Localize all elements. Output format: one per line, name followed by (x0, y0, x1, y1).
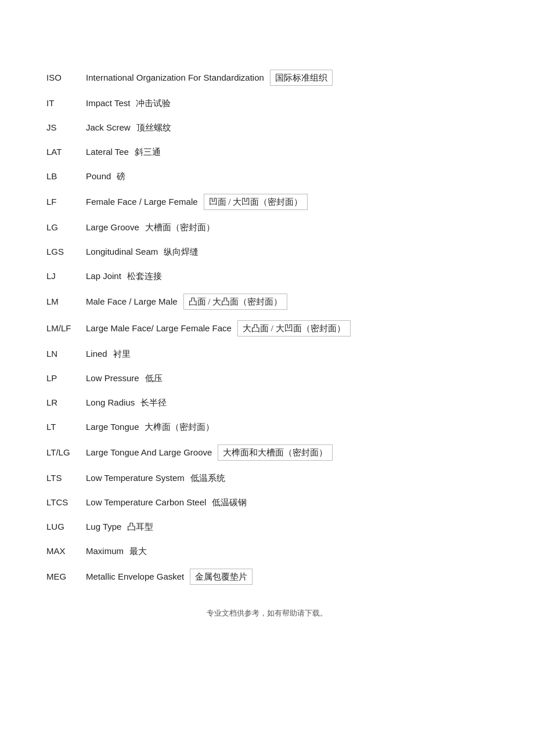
abbreviation: MEG (46, 570, 86, 584)
chinese-translation: 顶丝螺纹 (136, 121, 171, 135)
chinese-translation: 金属包覆垫片 (190, 569, 252, 585)
abbreviation: LM (46, 295, 86, 309)
list-item: LT/LGLarge Tongue And Large Groove大榫面和大槽… (46, 444, 488, 461)
abbreviation: LB (46, 169, 86, 183)
english-term: Low Temperature System (86, 471, 185, 485)
english-term: Large Tongue (86, 420, 139, 434)
english-term: Male Face / Large Male (86, 295, 178, 309)
abbreviation: LG (46, 220, 86, 234)
list-item: LPLow Pressure低压 (46, 371, 488, 385)
english-term: Low Temperature Carbon Steel (86, 495, 206, 509)
chinese-translation: 斜三通 (135, 145, 161, 159)
chinese-translation: 大榫面和大槽面（密封面） (218, 444, 333, 461)
chinese-translation: 纵向焊缝 (164, 245, 199, 259)
list-item: MEGMetallic Envelope Gasket金属包覆垫片 (46, 569, 488, 585)
abbreviation: LP (46, 371, 86, 385)
chinese-translation: 大榫面（密封面） (145, 420, 214, 434)
abbreviation: LUG (46, 520, 86, 534)
abbreviation: LT/LG (46, 446, 86, 460)
abbreviation: LAT (46, 145, 86, 159)
list-item: LATLateral Tee斜三通 (46, 145, 488, 159)
chinese-translation: 衬里 (113, 347, 131, 361)
chinese-translation: 大凸面 / 大凹面（密封面） (237, 320, 351, 337)
english-term: Low Pressure (86, 371, 139, 385)
list-item: ISOInternational Organization For Standa… (46, 70, 488, 86)
chinese-translation: 国际标准组织 (270, 70, 333, 86)
english-term: Lug Type (86, 520, 121, 534)
english-term: Large Tongue And Large Groove (86, 446, 212, 460)
abbreviation: LR (46, 396, 86, 410)
english-term: Long Radius (86, 396, 135, 410)
abbreviation: LTCS (46, 495, 86, 509)
list-item: LGSLongitudinal Seam纵向焊缝 (46, 245, 488, 259)
list-item: LMMale Face / Large Male凸面 / 大凸面（密封面） (46, 294, 488, 310)
chinese-translation: 长半径 (140, 396, 167, 410)
list-item: LFFemale Face / Large Female凹面 / 大凹面（密封面… (46, 194, 488, 210)
chinese-translation: 低压 (145, 371, 163, 385)
abbreviation: JS (46, 121, 86, 135)
english-term: Metallic Envelope Gasket (86, 570, 184, 584)
english-term: Lap Joint (86, 269, 121, 283)
chinese-translation: 大槽面（密封面） (145, 220, 215, 234)
list-item: LM/LFLarge Male Face/ Large Female Face大… (46, 320, 488, 337)
list-item: LTCSLow Temperature Carbon Steel低温碳钢 (46, 495, 488, 509)
english-term: Longitudinal Seam (86, 245, 158, 259)
english-term: Large Male Face/ Large Female Face (86, 321, 232, 335)
abbreviation: ISO (46, 71, 86, 85)
english-term: Pound (86, 169, 111, 183)
abbreviation: LF (46, 195, 86, 209)
abbreviation: LT (46, 420, 86, 434)
english-term: Impact Test (86, 96, 130, 110)
chinese-translation: 磅 (117, 169, 125, 183)
chinese-translation: 冲击试验 (136, 96, 171, 110)
list-item: LGLarge Groove大槽面（密封面） (46, 220, 488, 234)
chinese-translation: 凸面 / 大凸面（密封面） (183, 294, 288, 310)
english-term: International Organization For Standardi… (86, 71, 264, 85)
chinese-translation: 凹面 / 大凹面（密封面） (204, 194, 308, 210)
list-item: LRLong Radius长半径 (46, 396, 488, 410)
list-item: LNLined衬里 (46, 347, 488, 361)
chinese-translation: 最大 (129, 544, 147, 558)
footer-text: 专业文档供参考，如有帮助请下载。 (46, 608, 488, 618)
english-term: Large Groove (86, 220, 139, 234)
abbreviation: LGS (46, 245, 86, 259)
abbreviation: LTS (46, 471, 86, 485)
chinese-translation: 低温碳钢 (212, 495, 247, 509)
list-item: ITImpact Test冲击试验 (46, 96, 488, 110)
list-item: MAXMaximum最大 (46, 544, 488, 558)
list-item: LTSLow Temperature System低温系统 (46, 471, 488, 485)
list-item: LTLarge Tongue大榫面（密封面） (46, 420, 488, 434)
list-item: LBPound磅 (46, 169, 488, 183)
english-term: Female Face / Large Female (86, 195, 198, 209)
chinese-translation: 低温系统 (190, 471, 225, 485)
abbreviation: LM/LF (46, 321, 86, 335)
list-item: JSJack Screw顶丝螺纹 (46, 121, 488, 135)
abbreviation: IT (46, 96, 86, 110)
abbreviation: LJ (46, 269, 86, 283)
chinese-translation: 凸耳型 (127, 520, 153, 534)
abbreviation: LN (46, 347, 86, 361)
abbreviation: MAX (46, 544, 86, 558)
english-term: Lateral Tee (86, 145, 129, 159)
english-term: Lined (86, 347, 107, 361)
chinese-translation: 松套连接 (127, 269, 162, 283)
list-item: LUGLug Type凸耳型 (46, 520, 488, 534)
english-term: Maximum (86, 544, 124, 558)
english-term: Jack Screw (86, 121, 131, 135)
list-item: LJLap Joint松套连接 (46, 269, 488, 283)
